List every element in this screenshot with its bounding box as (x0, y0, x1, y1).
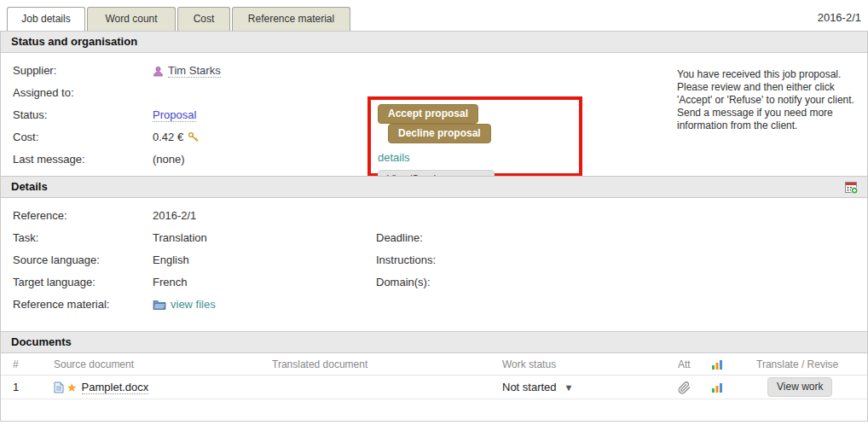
supplier-link[interactable]: Tim Starks (168, 64, 221, 78)
proposal-notice-text: You have received this job proposal. Ple… (677, 68, 866, 132)
supplier-value: Tim Starks (153, 64, 221, 78)
tab-reference-material[interactable]: Reference material (232, 7, 350, 31)
status-value: Proposal (153, 108, 196, 122)
col-header-work-status: Work status (490, 358, 666, 370)
view-work-button[interactable]: View work (767, 377, 832, 397)
tabs: Job details Word count Cost Reference ma… (7, 7, 352, 31)
chevron-down-icon[interactable] (564, 382, 574, 393)
reference-material-label: Reference material: (13, 298, 141, 311)
proposal-actions-highlight: Accept proposal Decline proposal details… (367, 96, 582, 177)
section-header-details: Details (1, 176, 867, 198)
document-number: 1 (1, 381, 42, 393)
assigned-to-label: Assigned to: (13, 86, 141, 99)
decline-proposal-button[interactable]: Decline proposal (388, 124, 491, 143)
progress-cell (700, 381, 744, 393)
task-label: Task: (13, 231, 141, 244)
tab-cost[interactable]: Cost (177, 7, 230, 31)
job-details-page: Job details Word count Cost Reference ma… (0, 0, 868, 431)
cost-value: 0.42 € (153, 131, 199, 143)
target-language-value: French (153, 276, 187, 288)
instructions-label: Instructions: (376, 253, 436, 266)
supplier-label: Supplier: (13, 64, 141, 77)
status-section-body: Supplier: Tim Starks Assigned to: Status… (1, 53, 867, 176)
cost-label: Cost: (13, 131, 141, 143)
work-status-value[interactable]: Not started (502, 381, 557, 393)
view-files-link[interactable]: view files (171, 298, 216, 311)
status-label: Status: (13, 108, 141, 121)
proposal-buttons-row: Accept proposal Decline proposal (378, 104, 572, 143)
star-icon (67, 381, 78, 393)
document-row: 1 Pamplet.docx Not started (1, 376, 867, 399)
col-header-progress (700, 358, 744, 370)
col-header-translate-revise: Translate / Revise (744, 358, 867, 370)
reference-material-value: view files (153, 298, 216, 311)
source-document-cell: Pamplet.docx (42, 381, 260, 394)
tab-bar: Job details Word count Cost Reference ma… (0, 0, 868, 31)
reference-value: 2016-2/1 (153, 209, 196, 222)
section-title: Status and organisation (11, 35, 137, 48)
deadline-label: Deadline: (376, 231, 423, 244)
last-message-value: (none) (153, 153, 185, 166)
document-icon (54, 381, 64, 393)
cost-amount: 0.42 € (153, 131, 183, 143)
source-language-value: English (153, 253, 189, 266)
person-icon (153, 66, 164, 77)
source-document-link[interactable]: Pamplet.docx (82, 381, 149, 394)
section-header-documents: Documents (1, 331, 867, 353)
col-header-number: # (1, 358, 42, 370)
content-frame: Status and organisation Supplier: Tim St… (0, 31, 868, 422)
translate-revise-cell: View work (744, 377, 867, 397)
tab-job-details[interactable]: Job details (7, 7, 85, 31)
status-link[interactable]: Proposal (153, 108, 196, 122)
details-link[interactable]: details (378, 151, 410, 164)
bar-chart-icon[interactable] (711, 359, 723, 370)
accept-proposal-button[interactable]: Accept proposal (378, 104, 478, 124)
details-section-body: Reference: 2016-2/1 Task: Translation So… (1, 198, 867, 331)
domains-label: Domain(s): (376, 276, 431, 288)
attachment-cell (666, 380, 700, 393)
last-message-label: Last message: (13, 153, 141, 166)
col-header-attachments: Att (666, 358, 700, 370)
job-reference-number: 2016-2/1 (818, 11, 861, 24)
section-title: Details (11, 180, 48, 193)
col-header-translated-document: Translated document (260, 358, 490, 370)
task-value: Translation (153, 231, 207, 244)
section-header-status: Status and organisation (1, 31, 867, 53)
work-status-cell: Not started (490, 381, 666, 393)
paperclip-icon[interactable] (678, 381, 691, 394)
tab-word-count[interactable]: Word count (87, 7, 176, 31)
bar-chart-icon[interactable] (711, 382, 723, 393)
folder-icon (153, 299, 166, 310)
documents-table-header: # Source document Translated document Wo… (1, 353, 867, 376)
col-header-source-document: Source document (42, 358, 260, 370)
section-title: Documents (11, 335, 72, 348)
reference-label: Reference: (13, 209, 141, 222)
calendar-add-icon[interactable] (844, 180, 859, 195)
target-language-label: Target language: (13, 276, 141, 288)
source-language-label: Source language: (13, 253, 141, 266)
key-icon[interactable] (188, 131, 199, 143)
